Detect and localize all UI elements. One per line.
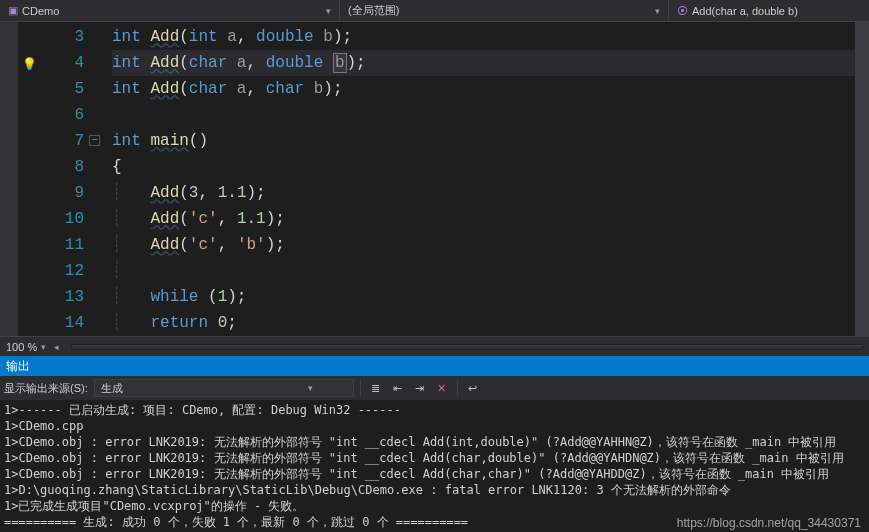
output-title: 输出 xyxy=(6,358,30,375)
chevron-down-icon: ▾ xyxy=(655,6,660,16)
code-line[interactable]: int Add(int a, double b); xyxy=(112,24,869,50)
breakpoint-margin[interactable] xyxy=(0,22,18,336)
cpp-icon: ▣ xyxy=(8,4,18,17)
code-line[interactable]: ┊ xyxy=(112,258,869,284)
output-source-value: 生成 xyxy=(101,381,123,396)
code-line[interactable]: int Add(char a, double b); xyxy=(112,50,869,76)
output-text[interactable]: 1>------ 已启动生成: 项目: CDemo, 配置: Debug Win… xyxy=(0,400,869,532)
word-wrap-icon[interactable]: ↩ xyxy=(464,379,482,397)
context-bar: ▣ CDemo ▾ (全局范围) ▾ ⦿ Add(char a, double … xyxy=(0,0,869,22)
project-name: CDemo xyxy=(22,5,320,17)
code-line[interactable]: ┊ Add(3, 1.1); xyxy=(112,180,869,206)
scope-label: (全局范围) xyxy=(348,3,649,18)
code-line[interactable]: { xyxy=(112,154,869,180)
code-body[interactable]: int Add(int a, double b);int Add(char a,… xyxy=(102,22,869,336)
prev-message-icon[interactable]: ⇤ xyxy=(389,379,407,397)
lightbulb-icon[interactable]: 💡 xyxy=(22,52,37,78)
watermark: https://blog.csdn.net/qq_34430371 xyxy=(677,516,861,530)
code-line[interactable]: ┊ Add('c', 1.1); xyxy=(112,206,869,232)
code-line[interactable] xyxy=(112,102,869,128)
method-icon: ⦿ xyxy=(677,5,688,17)
code-line[interactable]: ┊ return 0; xyxy=(112,310,869,336)
code-line[interactable]: ┊ Add('c', 'b'); xyxy=(112,232,869,258)
function-label: Add(char a, double b) xyxy=(692,5,861,17)
output-panel-header[interactable]: 输出 xyxy=(0,356,869,376)
code-editor[interactable]: 💡 34567−891011121314 int Add(int a, doub… xyxy=(0,22,869,336)
next-message-icon[interactable]: ⇥ xyxy=(411,379,429,397)
chevron-down-icon: ▾ xyxy=(308,383,313,393)
code-line[interactable]: ┊ while (1); xyxy=(112,284,869,310)
scope-dropdown[interactable]: (全局范围) ▾ xyxy=(340,0,669,21)
nav-left-icon[interactable]: ◂ xyxy=(54,342,59,352)
horizontal-scrollbar[interactable] xyxy=(71,344,863,350)
code-line[interactable]: int main() xyxy=(112,128,869,154)
separator xyxy=(457,380,458,396)
output-source-label: 显示输出来源(S): xyxy=(4,381,88,396)
clear-icon[interactable]: ✕ xyxy=(433,379,451,397)
code-line[interactable]: int Add(char a, char b); xyxy=(112,76,869,102)
vertical-scrollbar[interactable] xyxy=(855,22,869,336)
zoom-level[interactable]: 100 % xyxy=(6,341,37,353)
goto-message-icon[interactable]: ≣ xyxy=(367,379,385,397)
project-dropdown[interactable]: ▣ CDemo ▾ xyxy=(0,0,340,21)
chevron-down-icon[interactable]: ▾ xyxy=(41,342,46,352)
fold-toggle[interactable]: − xyxy=(89,135,100,146)
chevron-down-icon: ▾ xyxy=(326,6,331,16)
line-number-gutter: 💡 34567−891011121314 xyxy=(18,22,102,336)
separator xyxy=(360,380,361,396)
output-source-dropdown[interactable]: 生成 ▾ xyxy=(94,379,354,397)
editor-status-bar: 100 % ▾ ◂ xyxy=(0,336,869,356)
function-dropdown[interactable]: ⦿ Add(char a, double b) xyxy=(669,0,869,21)
output-toolbar: 显示输出来源(S): 生成 ▾ ≣ ⇤ ⇥ ✕ ↩ xyxy=(0,376,869,400)
